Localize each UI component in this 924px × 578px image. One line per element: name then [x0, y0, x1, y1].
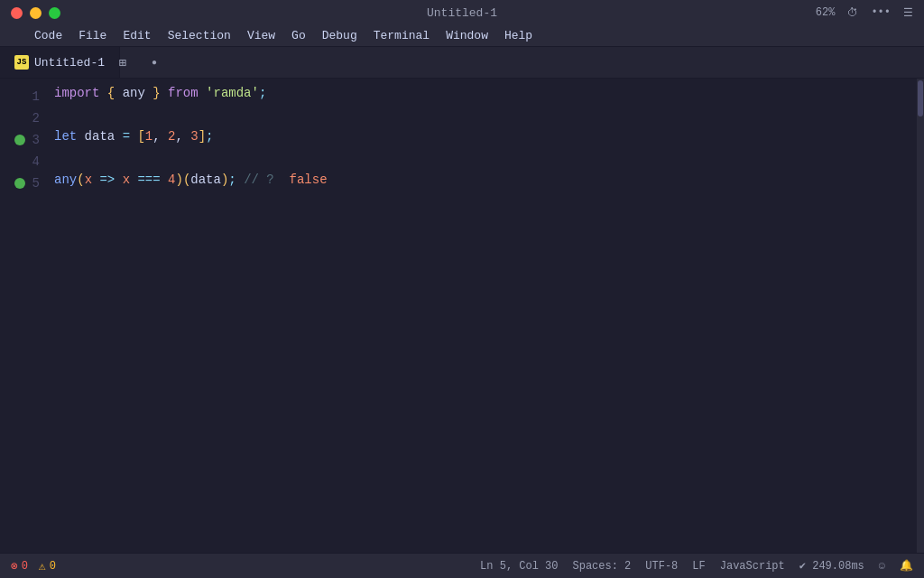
menu-help[interactable]: Help: [497, 27, 540, 44]
close-button[interactable]: [11, 7, 23, 19]
cursor-position[interactable]: Ln 5, Col 30: [480, 560, 558, 573]
battery-indicator: 62%: [816, 6, 836, 19]
tabbar: JS Untitled-1 ⊞ ●: [0, 47, 924, 79]
menu-window[interactable]: Window: [439, 27, 495, 44]
warning-icon: ⚠: [39, 559, 46, 573]
editor-gutter: 1 2 3 4 5: [0, 79, 54, 553]
notification-bell-icon[interactable]: 🔔: [900, 559, 913, 573]
statusbar-right: Ln 5, Col 30 Spaces: 2 UTF-8 LF JavaScri…: [480, 559, 913, 573]
error-count[interactable]: ⊗ 0: [11, 559, 28, 573]
maximize-button[interactable]: [49, 7, 60, 19]
menu-terminal[interactable]: Terminal: [366, 27, 437, 44]
tab-icons: ⊞ ●: [92, 55, 112, 70]
indentation[interactable]: Spaces: 2: [573, 560, 632, 573]
split-editor-icon[interactable]: ⊞: [119, 55, 126, 70]
menu-edit[interactable]: Edit: [116, 27, 158, 44]
menu-go[interactable]: Go: [284, 27, 313, 44]
statusbar: ⊗ 0 ⚠ 0 Ln 5, Col 30 Spaces: 2 UTF-8 LF …: [0, 553, 924, 578]
code-line-2: [54, 104, 924, 126]
window-title: Untitled-1: [427, 6, 497, 20]
line-numbers: 1 2 3 4 5: [0, 79, 54, 194]
minimize-button[interactable]: [30, 7, 42, 19]
code-line-5: any(x => x === 4)(data); // ? false: [54, 169, 924, 191]
line-ending[interactable]: LF: [692, 560, 705, 573]
code-line-3: let data = [1, 2, 3];: [54, 126, 924, 147]
error-icon: ⊗: [11, 559, 18, 573]
apple-menu[interactable]: [7, 34, 22, 38]
titlebar: Untitled-1 62% ⏱ ••• ☰: [0, 0, 924, 25]
statusbar-left: ⊗ 0 ⚠ 0: [11, 559, 56, 573]
menu-view[interactable]: View: [240, 27, 282, 44]
menu-debug[interactable]: Debug: [315, 27, 365, 44]
line-num-5: 5: [32, 172, 40, 194]
timing[interactable]: ✔ 249.08ms: [799, 559, 864, 573]
line-num-1: 1: [32, 86, 40, 107]
editor[interactable]: 1 2 3 4 5: [0, 79, 924, 553]
code-line-1: import { any } from 'ramda';: [54, 82, 924, 104]
menubar: Code File Edit Selection View Go Debug T…: [0, 25, 924, 47]
code-editor[interactable]: import { any } from 'ramda'; let data = …: [54, 79, 924, 553]
language-mode[interactable]: JavaScript: [720, 560, 785, 573]
time-icon: ⏱: [847, 6, 858, 20]
line-num-3: 3: [32, 129, 40, 151]
code-line-4: [54, 147, 924, 169]
menu-code[interactable]: Code: [27, 27, 69, 44]
scrollbar-thumb[interactable]: [918, 80, 923, 117]
menu-file[interactable]: File: [71, 27, 114, 44]
vertical-scrollbar[interactable]: [917, 79, 924, 553]
menu-icon[interactable]: ☰: [903, 6, 913, 20]
js-file-icon: JS: [14, 55, 29, 70]
encoding[interactable]: UTF-8: [645, 560, 678, 573]
titlebar-right-controls: 62% ⏱ ••• ☰: [816, 6, 913, 20]
line-num-2: 2: [32, 107, 40, 129]
dot-modified-icon: ●: [152, 58, 157, 68]
more-icon[interactable]: •••: [871, 6, 891, 19]
smiley-icon[interactable]: ☺: [879, 560, 885, 573]
warning-count[interactable]: ⚠ 0: [39, 559, 56, 573]
traffic-lights: [11, 7, 60, 19]
tab-untitled-1[interactable]: JS Untitled-1 ⊞ ●: [0, 47, 120, 78]
menu-selection[interactable]: Selection: [161, 27, 238, 44]
line-num-4: 4: [32, 151, 40, 172]
